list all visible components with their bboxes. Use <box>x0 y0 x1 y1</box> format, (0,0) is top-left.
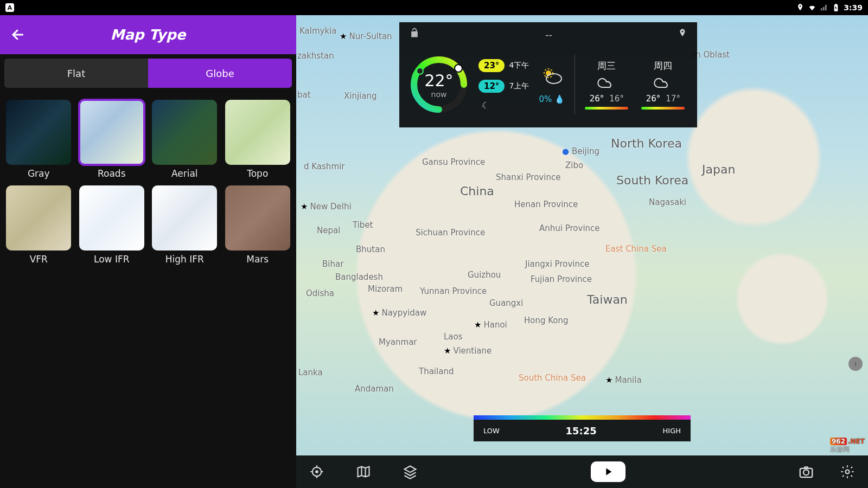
map-label: Shanxi Province <box>496 172 560 182</box>
map-type-roads[interactable]: Roads <box>79 100 145 179</box>
map-label: Kalmykia <box>299 26 336 36</box>
info-fab[interactable] <box>848 357 863 371</box>
low-temp-pill: 12° <box>478 80 505 93</box>
map-label: Nepal <box>317 226 340 235</box>
map-label: ★Hanoi <box>474 320 507 330</box>
settings-button[interactable] <box>838 462 857 481</box>
map-label: Bhutan <box>356 245 385 254</box>
map-label: ★Naypyidaw <box>372 308 426 318</box>
map-label: Guangxi <box>489 298 523 308</box>
map-label: Xinjiang <box>344 91 377 101</box>
map-label: d Kashmir <box>304 162 344 171</box>
map-label: South China Sea <box>519 373 586 383</box>
map-type-aerial[interactable]: Aerial <box>151 100 218 179</box>
projection-tabs: Flat Globe <box>0 54 296 92</box>
location-icon <box>796 3 805 12</box>
map-label: ● Beijing <box>562 146 599 156</box>
cloud-icon <box>652 75 674 91</box>
map-type-high-ifr[interactable]: High IFR <box>151 185 218 265</box>
map-label: Odisha <box>306 288 334 298</box>
map-label: zakhstan <box>297 51 334 61</box>
map-label: ★Vientiane <box>444 346 492 356</box>
map-label: ★Manila <box>605 375 642 385</box>
map-label: Zibo <box>565 160 583 170</box>
moon-icon: ☾ <box>482 100 529 111</box>
temp-range-bar <box>641 107 685 110</box>
forecast-day-name: 周三 <box>597 60 616 72</box>
site-watermark: 962.NET 乐游网 <box>830 438 865 454</box>
precip-chance: 0% 💧 <box>539 94 565 104</box>
map-label: Nagasaki <box>649 197 686 207</box>
wifi-icon <box>808 3 816 12</box>
radar-timeline[interactable]: LOW 15:25 HIGH <box>474 415 691 441</box>
map-label: Anhui Province <box>539 223 600 233</box>
map-label: Sichuan Province <box>416 228 485 237</box>
svg-point-5 <box>546 74 561 84</box>
svg-point-10 <box>846 470 850 474</box>
map-label: East China Sea <box>605 244 667 254</box>
map-button[interactable] <box>354 462 373 481</box>
android-status-bar: A 3:39 <box>0 0 868 15</box>
forecast-day-1[interactable]: 周三 26°16° <box>585 60 628 110</box>
panel-title: Map Type <box>0 27 296 43</box>
svg-point-7 <box>316 471 318 473</box>
back-button[interactable] <box>8 24 29 46</box>
locate-button[interactable] <box>307 462 327 481</box>
temp-range-bar <box>585 107 628 110</box>
map-label: Hong Kong <box>524 316 569 325</box>
current-temp: 22° <box>424 71 453 90</box>
play-button[interactable] <box>591 461 626 482</box>
forecast-day-2[interactable]: 周四 26°17° <box>641 60 685 110</box>
map-label: North Korea <box>611 137 682 150</box>
camera-button[interactable] <box>796 462 816 481</box>
map-label: Yunnan Province <box>420 286 487 296</box>
tab-globe[interactable]: Globe <box>148 59 292 88</box>
map-label: Thailand <box>419 367 454 376</box>
clock-text: 3:39 <box>844 3 863 12</box>
battery-charging-icon <box>832 3 840 12</box>
divider <box>575 55 575 114</box>
intensity-high-label: HIGH <box>663 427 681 435</box>
svg-point-9 <box>803 470 809 475</box>
intensity-gradient <box>474 415 691 420</box>
map-label: ★New Delhi <box>301 202 352 211</box>
cloud-icon <box>596 75 617 91</box>
partly-sunny-icon <box>539 66 565 91</box>
timeline-time: 15:25 <box>566 425 597 436</box>
map-label: Myanmar <box>379 337 417 347</box>
high-temp-time: 4下午 <box>509 61 529 70</box>
map-label: Andaman <box>355 384 394 394</box>
map-label: China <box>460 184 494 198</box>
map-label: Mizoram <box>368 284 403 294</box>
map-label: Guizhou <box>468 270 501 280</box>
layers-button[interactable] <box>400 462 420 481</box>
map-type-low-ifr[interactable]: Low IFR <box>79 185 145 265</box>
map-type-gray[interactable]: Gray <box>5 100 72 179</box>
map-label: Tibet <box>353 220 373 230</box>
map-type-vfr[interactable]: VFR <box>5 185 72 265</box>
map-type-mars[interactable]: Mars <box>225 185 291 265</box>
map-label: Lanka <box>298 368 323 377</box>
map-label: Taiwan <box>587 293 628 306</box>
location-name: -- <box>431 29 667 40</box>
map-type-grid: Gray Roads Aerial Topo VFR Low IFR High … <box>0 92 296 272</box>
app-indicator-icon: A <box>5 3 14 12</box>
weather-map[interactable]: ★Nur-Sultan Kalmykia zakhstan bat Xinjia… <box>296 15 868 488</box>
map-label: South Korea <box>616 174 688 187</box>
map-type-topo[interactable]: Topo <box>225 100 291 179</box>
map-label: ★Nur-Sultan <box>340 31 392 41</box>
now-label: now <box>431 90 447 99</box>
weather-widget[interactable]: -- 22° now <box>399 22 697 127</box>
tab-flat[interactable]: Flat <box>4 59 148 88</box>
pin-icon[interactable] <box>678 27 687 42</box>
intensity-low-label: LOW <box>483 427 500 435</box>
map-label: Henan Province <box>514 200 578 209</box>
map-label: Laos <box>444 332 463 342</box>
forecast-day-name: 周四 <box>654 60 672 72</box>
map-label: in Oblast <box>693 50 730 60</box>
map-label: Gansu Province <box>422 157 485 167</box>
lock-icon[interactable] <box>409 27 420 42</box>
map-label: Japan <box>702 163 735 176</box>
map-label: Jiangxi Province <box>525 259 589 269</box>
high-temp-pill: 23° <box>478 59 505 72</box>
